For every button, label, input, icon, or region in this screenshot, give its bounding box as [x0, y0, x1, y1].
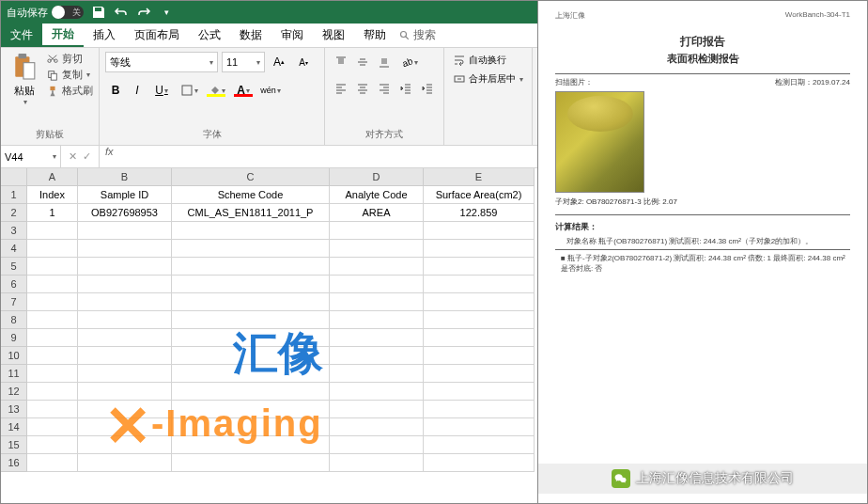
cell[interactable]	[78, 436, 172, 454]
align-middle-button[interactable]	[352, 52, 373, 72]
row-header[interactable]: 9	[1, 329, 27, 347]
cell[interactable]	[330, 347, 424, 365]
cell[interactable]	[78, 329, 172, 347]
tab-data[interactable]: 数据	[230, 24, 271, 47]
cell[interactable]	[172, 222, 330, 240]
copy-button[interactable]: 复制▾	[46, 68, 93, 82]
tab-home[interactable]: 开始	[42, 24, 84, 47]
cell[interactable]	[424, 240, 535, 258]
underline-button[interactable]: U▾	[148, 80, 175, 101]
formula-input[interactable]	[119, 146, 537, 167]
cell[interactable]	[27, 329, 78, 347]
tab-pagelayout[interactable]: 页面布局	[125, 24, 189, 47]
row-header[interactable]: 5	[1, 258, 27, 276]
cell[interactable]	[172, 436, 330, 454]
cell[interactable]	[172, 293, 330, 311]
select-all-corner[interactable]	[1, 168, 27, 186]
cell[interactable]	[27, 293, 78, 311]
cell[interactable]	[330, 311, 424, 329]
cell[interactable]	[27, 383, 78, 401]
cell[interactable]	[330, 240, 424, 258]
paste-button[interactable]: 粘贴 ▾	[7, 52, 42, 126]
cut-button[interactable]: 剪切	[46, 52, 93, 66]
cell[interactable]	[78, 347, 172, 365]
cell[interactable]	[424, 258, 535, 276]
cell[interactable]	[424, 454, 535, 472]
format-painter-button[interactable]: 格式刷	[46, 84, 93, 98]
name-box[interactable]: V44▾	[1, 146, 61, 167]
cell[interactable]	[78, 293, 172, 311]
row-header[interactable]: 12	[1, 383, 27, 401]
qat-dropdown-icon[interactable]: ▾	[159, 5, 174, 20]
row-header[interactable]: 13	[1, 401, 27, 418]
row-header[interactable]: 11	[1, 365, 27, 383]
decrease-indent-button[interactable]	[395, 78, 416, 99]
search-box[interactable]: 搜索	[399, 27, 436, 43]
cell[interactable]	[330, 365, 424, 383]
cell[interactable]	[424, 401, 535, 418]
merge-center-button[interactable]: 合并后居中▾	[450, 71, 526, 87]
cell[interactable]	[27, 311, 78, 329]
row-header[interactable]: 6	[1, 276, 27, 293]
cell[interactable]	[27, 240, 78, 258]
row-header[interactable]: 8	[1, 311, 27, 329]
cell[interactable]	[78, 454, 172, 472]
row-header[interactable]: 7	[1, 293, 27, 311]
cell[interactable]: OB927698953	[78, 204, 172, 222]
increase-font-button[interactable]: A▴	[269, 52, 289, 72]
align-right-button[interactable]	[374, 78, 395, 99]
align-bottom-button[interactable]	[374, 52, 395, 72]
font-size-select[interactable]: 11▾	[222, 52, 265, 72]
cell[interactable]	[172, 276, 330, 293]
row-header[interactable]: 1	[1, 186, 27, 204]
row-header[interactable]: 15	[1, 436, 27, 454]
cell[interactable]	[27, 401, 78, 418]
cell[interactable]	[330, 329, 424, 347]
decrease-font-button[interactable]: A▾	[293, 52, 314, 72]
tab-file[interactable]: 文件	[1, 24, 42, 47]
col-header-e[interactable]: E	[424, 168, 535, 186]
cell[interactable]	[424, 347, 535, 365]
cell[interactable]	[172, 329, 330, 347]
tab-help[interactable]: 帮助	[354, 24, 395, 47]
row-header[interactable]: 3	[1, 222, 27, 240]
tab-formulas[interactable]: 公式	[189, 24, 230, 47]
cell[interactable]	[330, 383, 424, 401]
cell[interactable]	[330, 454, 424, 472]
font-color-button[interactable]: A▾	[230, 80, 256, 101]
align-top-button[interactable]	[331, 52, 351, 72]
accept-formula-icon[interactable]: ✓	[83, 150, 91, 163]
cell[interactable]	[330, 293, 424, 311]
cell[interactable]	[424, 311, 535, 329]
cell[interactable]	[172, 240, 330, 258]
border-button[interactable]: ▾	[176, 80, 202, 101]
row-header[interactable]: 2	[1, 204, 27, 222]
cell[interactable]	[78, 258, 172, 276]
cell[interactable]	[424, 222, 535, 240]
cell[interactable]	[78, 240, 172, 258]
cell[interactable]: AREA	[330, 204, 424, 222]
font-name-select[interactable]: 等线▾	[105, 52, 218, 72]
cell[interactable]	[172, 258, 330, 276]
cell[interactable]	[172, 365, 330, 383]
cancel-formula-icon[interactable]: ✕	[69, 150, 77, 163]
spreadsheet-grid[interactable]: A B C D E 1 Index Sample ID Scheme Code …	[1, 168, 537, 503]
cell[interactable]: Sample ID	[78, 186, 172, 204]
col-header-c[interactable]: C	[172, 168, 330, 186]
cell[interactable]	[27, 347, 78, 365]
align-center-button[interactable]	[352, 78, 373, 99]
cell[interactable]	[424, 418, 535, 436]
increase-indent-button[interactable]	[417, 78, 438, 99]
fx-icon[interactable]: fx	[100, 146, 119, 167]
undo-icon[interactable]	[114, 5, 129, 20]
cell[interactable]: Index	[27, 186, 78, 204]
cell[interactable]	[78, 365, 172, 383]
cell[interactable]	[78, 418, 172, 436]
bold-button[interactable]: B	[105, 80, 126, 101]
save-icon[interactable]	[91, 5, 106, 20]
cell[interactable]	[27, 365, 78, 383]
redo-icon[interactable]	[136, 5, 151, 20]
cell[interactable]	[27, 436, 78, 454]
row-header[interactable]: 16	[1, 454, 27, 472]
cell[interactable]	[27, 258, 78, 276]
